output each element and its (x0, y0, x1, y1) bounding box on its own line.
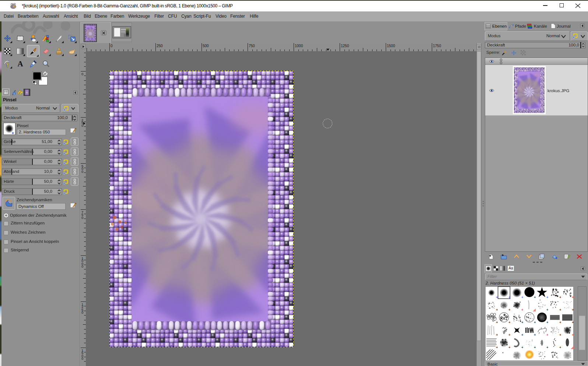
svg-text:+: + (508, 345, 510, 349)
svg-text:+: + (546, 320, 548, 324)
svg-text:0: 0 (81, 123, 83, 128)
svg-text:+: + (546, 308, 548, 311)
svg-text:1250: 1250 (341, 44, 349, 48)
svg-text:0: 0 (81, 356, 83, 360)
svg-text:0: 0 (81, 310, 83, 314)
svg-text:+: + (572, 320, 574, 324)
svg-text:+: + (572, 295, 574, 299)
svg-text:250: 250 (157, 44, 163, 48)
svg-text:0: 0 (81, 72, 83, 76)
svg-text:+: + (546, 295, 548, 299)
svg-text:1750: 1750 (433, 44, 441, 48)
svg-text:750: 750 (249, 44, 255, 48)
svg-text:+: + (546, 345, 548, 349)
svg-text:0: 0 (111, 44, 113, 48)
svg-text:500: 500 (203, 44, 209, 48)
svg-text:+: + (508, 320, 510, 324)
svg-text:A: A (17, 60, 23, 67)
svg-text:+: + (572, 333, 574, 337)
svg-text:+: + (572, 308, 574, 311)
svg-text:+: + (508, 295, 510, 299)
svg-text:+: + (508, 308, 510, 311)
svg-text:+: + (508, 333, 510, 337)
svg-text:0: 0 (81, 170, 83, 174)
svg-text:1500: 1500 (387, 44, 395, 48)
svg-text:i: i (14, 92, 15, 95)
svg-text:0: 0 (81, 216, 83, 220)
svg-text:1000: 1000 (295, 44, 303, 48)
svg-text:0: 0 (81, 264, 83, 268)
svg-text:+: + (546, 333, 548, 337)
